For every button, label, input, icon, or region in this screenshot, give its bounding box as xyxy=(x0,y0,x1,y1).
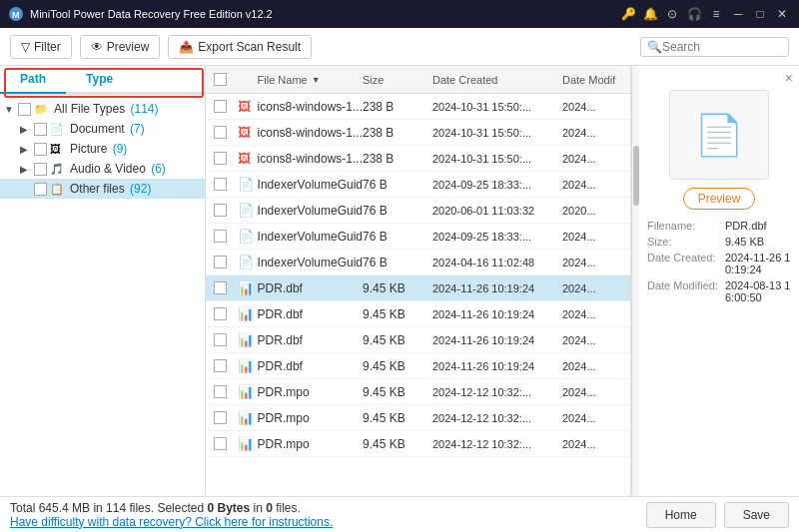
preview-info-created-row: Date Created: 2024-11-26 10:19:24 xyxy=(647,252,791,275)
table-row[interactable]: 📄 IndexerVolumeGuid 76 B 2024-04-16 11:0… xyxy=(206,250,630,275)
preview-info-filename-row: Filename: PDR.dbf xyxy=(647,220,791,232)
preview-icon-area: 📄 xyxy=(669,90,769,180)
tree-item-document[interactable]: ▶ 📄 Document (7) xyxy=(0,119,205,139)
tree-label-other: Other files (92) xyxy=(70,182,151,196)
table-row[interactable]: 📊 PDR.mpo 9.45 KB 2024-12-12 10:32:... 2… xyxy=(206,379,630,405)
table-row[interactable]: 📊 PDR.mpo 9.45 KB 2024-12-12 10:32:... 2… xyxy=(206,431,630,457)
header-date-created[interactable]: Date Created xyxy=(432,74,562,86)
preview-info: Filename: PDR.dbf Size: 9.45 KB Date Cre… xyxy=(647,220,791,307)
header-size[interactable]: Size xyxy=(363,74,432,86)
row-date-modified: 2020... xyxy=(562,205,622,217)
bell-icon[interactable]: 🔔 xyxy=(641,5,659,23)
preview-filename-label: Filename: xyxy=(647,220,725,232)
row-size: 9.45 KB xyxy=(363,385,432,399)
header-checkbox[interactable] xyxy=(214,73,227,86)
row-date-created: 2024-09-25 18:33:... xyxy=(432,231,562,243)
save-button[interactable]: Save xyxy=(724,502,789,528)
header-filename[interactable]: File Name ▼ xyxy=(258,74,363,86)
row-filename: PDR.dbf xyxy=(258,333,363,347)
export-button[interactable]: 📤 Export Scan Result xyxy=(168,35,312,59)
table-row[interactable]: 🖼 icons8-windows-1... 238 B 2024-10-31 1… xyxy=(206,94,630,120)
row-checkbox[interactable] xyxy=(214,230,227,243)
row-check xyxy=(214,100,238,113)
help-link[interactable]: Have difficulty with data recovery? Clic… xyxy=(10,515,333,529)
row-date-created: 2024-04-16 11:02:48 xyxy=(432,257,562,268)
tree-item-picture[interactable]: ▶ 🖼 Picture (9) xyxy=(0,139,205,159)
tree-checkbox-all[interactable] xyxy=(18,103,31,116)
document-icon: 📄 xyxy=(50,123,66,135)
filter-button[interactable]: ▽ Filter xyxy=(10,35,72,59)
row-check xyxy=(214,437,238,450)
tree-checkbox-picture[interactable] xyxy=(34,143,47,156)
window-minimize-btn[interactable]: ─ xyxy=(729,5,747,23)
preview-action-button[interactable]: Preview xyxy=(683,188,756,210)
table-row[interactable]: 📄 IndexerVolumeGuid 76 B 2024-09-25 18:3… xyxy=(206,172,630,198)
tree-checkbox-document[interactable] xyxy=(34,123,47,136)
row-date-modified: 2024... xyxy=(562,127,622,139)
home-button[interactable]: Home xyxy=(646,502,716,528)
tab-path[interactable]: Path xyxy=(0,66,66,94)
table-row[interactable]: 🖼 icons8-windows-1... 238 B 2024-10-31 1… xyxy=(206,146,630,172)
tree-label-picture: Picture (9) xyxy=(70,142,127,156)
row-date-modified: 2024... xyxy=(562,386,622,398)
preview-close-btn[interactable]: × xyxy=(785,70,793,86)
headphone-icon[interactable]: 🎧 xyxy=(685,5,703,23)
tab-type[interactable]: Type xyxy=(66,66,133,94)
file-table: 🖼 icons8-windows-1... 238 B 2024-10-31 1… xyxy=(206,94,630,496)
table-row[interactable]: 📊 PDR.dbf 9.45 KB 2024-11-26 10:19:24 20… xyxy=(206,275,630,301)
status-main: Total 645.4 MB in 114 files. Selected 0 … xyxy=(10,501,301,515)
file-tree: ▼ 📁 All File Types (114) ▶ 📄 Document (7… xyxy=(0,95,205,496)
table-row[interactable]: 📊 PDR.dbf 9.45 KB 2024-11-26 10:19:24 20… xyxy=(206,353,630,379)
circle-icon[interactable]: ⊙ xyxy=(663,5,681,23)
row-checkbox[interactable] xyxy=(214,126,227,139)
table-row[interactable]: 📊 PDR.mpo 9.45 KB 2024-12-12 10:32:... 2… xyxy=(206,405,630,431)
row-check xyxy=(214,230,238,243)
row-checkbox[interactable] xyxy=(214,256,227,268)
tree-item-all[interactable]: ▼ 📁 All File Types (114) xyxy=(0,99,205,119)
preview-button[interactable]: 👁 Preview xyxy=(80,35,161,59)
tree-label-document: Document (7) xyxy=(70,122,145,136)
preview-size-label: Size: xyxy=(647,236,725,248)
row-size: 9.45 KB xyxy=(363,307,432,321)
menu-icon[interactable]: ≡ xyxy=(707,5,725,23)
table-row[interactable]: 📊 PDR.dbf 9.45 KB 2024-11-26 10:19:24 20… xyxy=(206,327,630,353)
tree-item-audio[interactable]: ▶ 🎵 Audio & Video (6) xyxy=(0,159,205,179)
tree-item-other[interactable]: 📋 Other files (92) xyxy=(0,179,205,199)
window-close-btn[interactable]: ✕ xyxy=(773,5,791,23)
preview-info-size-row: Size: 9.45 KB xyxy=(647,236,791,248)
table-row[interactable]: 📄 IndexerVolumeGuid 76 B 2024-09-25 18:3… xyxy=(206,224,630,250)
row-checkbox[interactable] xyxy=(214,411,227,424)
search-input[interactable] xyxy=(662,40,782,54)
row-checkbox[interactable] xyxy=(214,152,227,165)
table-row[interactable]: 🖼 icons8-windows-1... 238 B 2024-10-31 1… xyxy=(206,120,630,146)
table-row[interactable]: 📊 PDR.dbf 9.45 KB 2024-11-26 10:19:24 20… xyxy=(206,301,630,327)
row-filename: IndexerVolumeGuid xyxy=(258,230,363,244)
header-date-modified[interactable]: Date Modif xyxy=(562,74,622,86)
row-date-modified: 2024... xyxy=(562,360,622,372)
row-check xyxy=(214,152,238,165)
other-files-icon: 📋 xyxy=(50,183,66,195)
row-checkbox[interactable] xyxy=(214,204,227,217)
sort-icon: ▼ xyxy=(312,75,321,85)
row-checkbox[interactable] xyxy=(214,437,227,450)
tree-label-all: All File Types (114) xyxy=(54,102,159,116)
row-file-icon: 📊 xyxy=(238,436,258,451)
tree-checkbox-other[interactable] xyxy=(34,183,47,196)
row-checkbox[interactable] xyxy=(214,333,227,346)
row-checkbox[interactable] xyxy=(214,281,227,294)
selected-bytes: 0 Bytes xyxy=(207,501,250,515)
row-checkbox[interactable] xyxy=(214,307,227,320)
table-row[interactable]: 📄 IndexerVolumeGuid 76 B 2020-06-01 11:0… xyxy=(206,198,630,224)
row-date-modified: 2024... xyxy=(562,334,622,346)
tree-checkbox-audio[interactable] xyxy=(34,163,47,176)
preview-modified-label: Date Modified: xyxy=(647,279,725,303)
minimize-icon[interactable]: 🔑 xyxy=(619,5,637,23)
row-checkbox[interactable] xyxy=(214,178,227,191)
row-checkbox[interactable] xyxy=(214,100,227,113)
scroll-indicator[interactable] xyxy=(631,66,639,496)
window-maximize-btn[interactable]: □ xyxy=(751,5,769,23)
row-checkbox[interactable] xyxy=(214,385,227,398)
status-text: Total 645.4 MB in 114 files. Selected 0 … xyxy=(10,501,646,529)
picture-icon: 🖼 xyxy=(50,143,66,155)
row-checkbox[interactable] xyxy=(214,359,227,372)
